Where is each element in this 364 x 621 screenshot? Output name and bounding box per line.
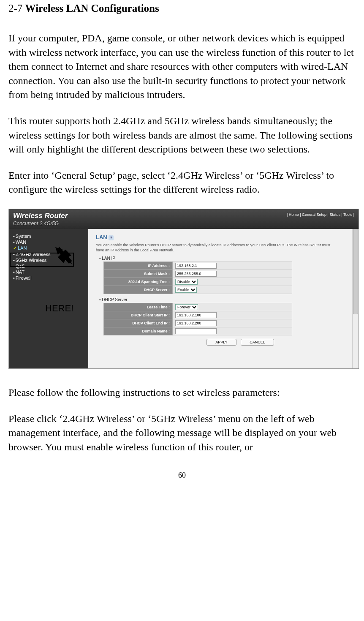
- domain-label: Domain Name :: [104, 327, 173, 335]
- bullet-icon: •: [13, 258, 15, 263]
- bullet-icon: •: [13, 275, 15, 281]
- start-ip-label: DHCP Client Start IP :: [104, 311, 173, 319]
- sidebar-label: Firewall: [16, 275, 32, 281]
- heading-prefix: 2-7: [8, 3, 25, 14]
- bullet-icon: •: [13, 252, 15, 257]
- sidebar-label: 2.4GHz Wireless: [16, 252, 51, 257]
- sidebar-label: WAN: [16, 240, 26, 245]
- end-ip-input[interactable]: [175, 320, 217, 326]
- router-header: Wireless Router Concurrent 2.4G/5G | Hom…: [9, 209, 359, 229]
- bullet-icon: •: [13, 240, 15, 245]
- router-title: Wireless Router: [13, 212, 68, 220]
- paragraph-1: If your computer, PDA, game console, or …: [8, 31, 356, 102]
- subnet-input[interactable]: [175, 271, 217, 277]
- help-icon[interactable]: ?: [109, 235, 114, 240]
- end-ip-label: DHCP Client End IP :: [104, 319, 173, 327]
- sidebar-label: QoS: [16, 264, 25, 269]
- content-title: LAN: [96, 234, 107, 240]
- sidebar-item-system[interactable]: •System: [9, 233, 88, 239]
- sidebar-item-wan[interactable]: •WAN: [9, 239, 88, 245]
- paragraph-4: Please follow the following instructions…: [8, 386, 356, 400]
- lease-select[interactable]: Forever: [175, 304, 198, 310]
- router-subtitle: Concurrent 2.4G/5G: [13, 221, 68, 226]
- apply-button[interactable]: APPLY: [206, 339, 236, 346]
- ip-address-input[interactable]: [175, 263, 217, 269]
- lan-ip-table: IP Address : Subnet Mask : 802.1d Spanni…: [103, 261, 292, 294]
- page-number: 60: [8, 471, 356, 480]
- heading-title: Wireless LAN Configurations: [25, 3, 159, 14]
- arrow-icon: [55, 247, 72, 264]
- sidebar-item-nat[interactable]: •NAT: [9, 269, 88, 275]
- dhcp-section-label: • DHCP Server: [99, 297, 351, 302]
- lease-label: Lease Time :: [104, 303, 173, 311]
- sidebar-label: NAT: [16, 270, 24, 275]
- sidebar-label: LAN: [18, 245, 27, 251]
- bullet-icon: ✓: [13, 245, 17, 251]
- paragraph-5: Please click ‘2.4GHz Wireless’ or ‘5GHz …: [8, 412, 356, 455]
- sidebar-item-24ghz[interactable]: •2.4GHz Wireless: [9, 251, 88, 257]
- content-title-row: LAN ?: [96, 234, 351, 240]
- dhcp-server-select[interactable]: Enable: [175, 287, 197, 293]
- document-page: 2-7 Wireless LAN Configurations If your …: [0, 0, 364, 488]
- domain-input[interactable]: [175, 328, 217, 334]
- sidebar-item-firewall[interactable]: •Firewall: [9, 275, 88, 281]
- bullet-icon: •: [13, 270, 15, 275]
- bullet-icon: •: [13, 234, 15, 239]
- router-top-nav[interactable]: | Home | General Setup | Status | Tools …: [287, 212, 354, 217]
- lan-ip-section-label: • LAN IP: [99, 256, 351, 261]
- sidebar-item-lan[interactable]: ✓LAN: [9, 245, 88, 251]
- scrollbar[interactable]: [352, 229, 359, 368]
- sidebar-item-5ghz[interactable]: •5GHz Wireless: [9, 257, 88, 263]
- cancel-button[interactable]: CANCEL: [241, 339, 274, 346]
- bullet-icon: •: [13, 264, 15, 269]
- sidebar-label: System: [16, 234, 31, 239]
- spanning-label: 802.1d Spanning Tree :: [104, 278, 173, 286]
- spanning-select[interactable]: Disable: [175, 279, 198, 285]
- router-screenshot: Wireless Router Concurrent 2.4G/5G | Hom…: [8, 209, 359, 369]
- router-title-block: Wireless Router Concurrent 2.4G/5G: [13, 212, 68, 226]
- sidebar: •System •WAN ✓LAN •2.4GHz Wireless •5GHz…: [9, 229, 88, 368]
- sidebar-item-qos[interactable]: •QoS: [9, 263, 88, 269]
- dhcp-table: Lease Time : Forever DHCP Client Start I…: [103, 303, 292, 335]
- paragraph-3: Enter into ‘General Setup’ page, select …: [8, 169, 356, 197]
- dhcp-server-label: DHCP Server :: [104, 286, 173, 294]
- here-label: HERE!: [45, 303, 73, 314]
- start-ip-input[interactable]: [175, 312, 217, 318]
- sidebar-label: 5GHz Wireless: [16, 258, 46, 263]
- section-heading: 2-7 Wireless LAN Configurations: [8, 3, 356, 14]
- subnet-label: Subnet Mask :: [104, 270, 173, 278]
- paragraph-2: This router supports both 2.4GHz and 5GH…: [8, 114, 356, 157]
- ip-address-label: IP Address :: [104, 262, 173, 270]
- content-desc: You can enable the Wireless Router's DHC…: [96, 243, 332, 253]
- button-row: APPLY CANCEL: [130, 339, 351, 346]
- content-panel: LAN ? You can enable the Wireless Router…: [88, 229, 359, 368]
- scroll-thumb[interactable]: [353, 229, 358, 314]
